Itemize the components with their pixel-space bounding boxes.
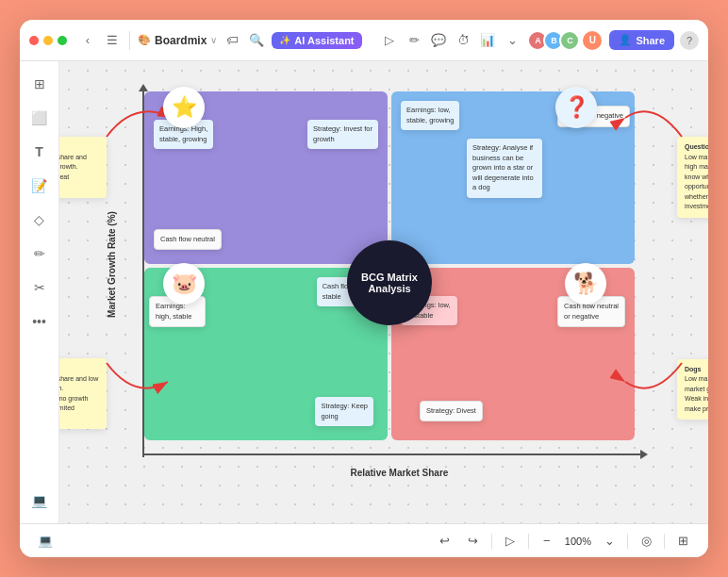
sticky-note-icon[interactable]: 📝 — [25, 171, 55, 201]
bcg-center-label: BCG Matrix Analysis — [347, 240, 432, 325]
separator — [528, 534, 529, 549]
cash-desc: High market share and low market growth.… — [59, 375, 98, 421]
question-sticky-2: Strategy: Analyse if business can be gro… — [467, 139, 542, 198]
question-quadrant: ❓ Earnings: low,stable, growing Strategy… — [391, 91, 635, 264]
cash-cows-icon: 🐷 — [163, 263, 205, 305]
separator — [664, 534, 665, 549]
question-annotation: Question Marks Low market share and high… — [677, 137, 708, 218]
stars-sticky-2: Strategy: Invest forgrowth — [307, 120, 378, 149]
more-icon[interactable]: ••• — [25, 306, 55, 337]
expand-icon[interactable]: ⌄ — [503, 31, 521, 50]
brand-logo: 🎨 — [138, 34, 151, 46]
bcg-matrix: Market Growth Rate (%) Relative Market S… — [116, 80, 663, 486]
share-icon: 👤 — [619, 34, 632, 46]
user-avatar[interactable]: U — [581, 29, 604, 52]
canvas-area[interactable]: Market Growth Rate (%) Relative Market S… — [59, 61, 708, 523]
brand-name[interactable]: Boardmix — [155, 34, 207, 47]
breadcrumb: 🎨 Boardmix ∨ — [138, 34, 217, 47]
fit-icon[interactable]: ◎ — [636, 531, 656, 552]
sidebar: ⊞ ⬜ T 📝 ◇ ✏ ✂ ••• 💻 — [20, 61, 59, 523]
cash-sticky-3: Strategy: Keepgoing — [315, 397, 373, 426]
clock-icon[interactable]: ⏱ — [454, 31, 472, 50]
scissors-icon[interactable]: ✂ — [25, 272, 55, 303]
brand-caret: ∨ — [210, 35, 217, 45]
bottom-panel-icon[interactable]: 💻 — [25, 486, 55, 516]
close-button[interactable] — [29, 36, 39, 45]
tag-icon[interactable]: 🏷 — [223, 31, 241, 50]
shapes-icon[interactable]: ◇ — [25, 205, 55, 235]
templates-icon[interactable]: ⊞ — [25, 69, 55, 99]
app-window: ‹ ☰ 🎨 Boardmix ∨ 🏷 🔍 ✨ AI Assistant ▷ ✏ … — [20, 20, 708, 557]
center-line1: BCG Matrix — [361, 272, 418, 283]
separator — [129, 31, 130, 50]
maximize-button[interactable] — [58, 36, 67, 45]
x-axis-label: Relative Market Share — [350, 468, 448, 478]
titlebar: ‹ ☰ 🎨 Boardmix ∨ 🏷 🔍 ✨ AI Assistant ▷ ✏ … — [20, 20, 708, 61]
toolbar-right: ▷ ✏ 💬 ⏱ 📊 ⌄ A B C U 👤 Share ? — [380, 29, 699, 52]
avatar: C — [559, 30, 580, 51]
minimize-button[interactable] — [43, 36, 53, 45]
undo-icon[interactable]: ↩ — [435, 531, 455, 552]
separator — [491, 534, 492, 549]
text-icon[interactable]: T — [25, 137, 55, 167]
ai-icon: ✨ — [279, 35, 290, 45]
zoom-value[interactable]: 100% — [565, 536, 591, 547]
bottom-left-icon[interactable]: 💻 — [35, 531, 56, 552]
y-axis-label: Market Growth Rate (%) — [107, 211, 117, 318]
question-label: Question Marks — [685, 143, 708, 150]
question-icon: ❓ — [555, 87, 597, 128]
share-label: Share — [636, 35, 665, 46]
menu-icon[interactable]: ☰ — [103, 31, 122, 50]
cursor-icon[interactable]: ▷ — [500, 531, 521, 552]
back-icon[interactable]: ‹ — [78, 31, 97, 50]
ai-assistant-button[interactable]: ✨ AI Assistant — [272, 32, 361, 49]
avatar-group: A B C — [527, 30, 580, 51]
cash-annotation: Cash Cows High market share and low mark… — [59, 358, 107, 429]
bottom-bar: 💻 ↩ ↪ ▷ − 100% ⌄ ◎ ⊞ — [20, 523, 708, 557]
redo-icon[interactable]: ↪ — [463, 531, 484, 552]
zoom-control: 100% — [565, 536, 591, 547]
stars-sticky-3: Cash flow neutral — [154, 229, 222, 251]
separator — [627, 534, 628, 549]
dogs-desc: Low market share and low market growth.W… — [685, 375, 708, 412]
main-area: ⊞ ⬜ T 📝 ◇ ✏ ✂ ••• 💻 Market Growth Rate (… — [20, 61, 708, 523]
share-button[interactable]: 👤 Share — [609, 30, 674, 50]
dogs-annotation: Dogs Low market share and low market gro… — [677, 359, 708, 420]
zoom-out-icon[interactable]: − — [537, 531, 557, 552]
zoom-in-icon[interactable]: ⌄ — [599, 531, 620, 552]
stars-annotation: Stars High market share and high market … — [59, 137, 107, 198]
play-icon[interactable]: ▷ — [380, 31, 399, 50]
search-icon[interactable]: 🔍 — [247, 31, 266, 50]
question-sticky-1: Earnings: low,stable, growing — [401, 101, 459, 130]
frame-icon[interactable]: ⬜ — [25, 103, 55, 133]
ai-label: AI Assistant — [294, 35, 354, 46]
x-axis — [142, 453, 642, 455]
help-button[interactable]: ? — [680, 31, 699, 50]
grid-icon[interactable]: ⊞ — [672, 531, 693, 552]
center-line2: Analysis — [368, 283, 410, 294]
stars-desc: High market share and high market growth… — [59, 154, 87, 190]
stars-icon: ⭐ — [163, 87, 205, 128]
comment-icon[interactable]: 💬 — [429, 31, 448, 50]
stars-quadrant: ⭐ Earnings: High,stable, growing Strateg… — [144, 91, 388, 264]
question-desc: Low market share and high market growth.… — [685, 154, 708, 210]
pen-icon[interactable]: ✏ — [25, 239, 55, 269]
chart-icon[interactable]: 📊 — [478, 31, 497, 50]
traffic-lights — [29, 36, 67, 45]
dogs-sticky-3: Strategy: Divest — [420, 401, 483, 422]
draw-icon[interactable]: ✏ — [405, 31, 423, 50]
dogs-label: Dogs — [685, 366, 702, 372]
dogs-icon: 🐕 — [565, 263, 606, 305]
